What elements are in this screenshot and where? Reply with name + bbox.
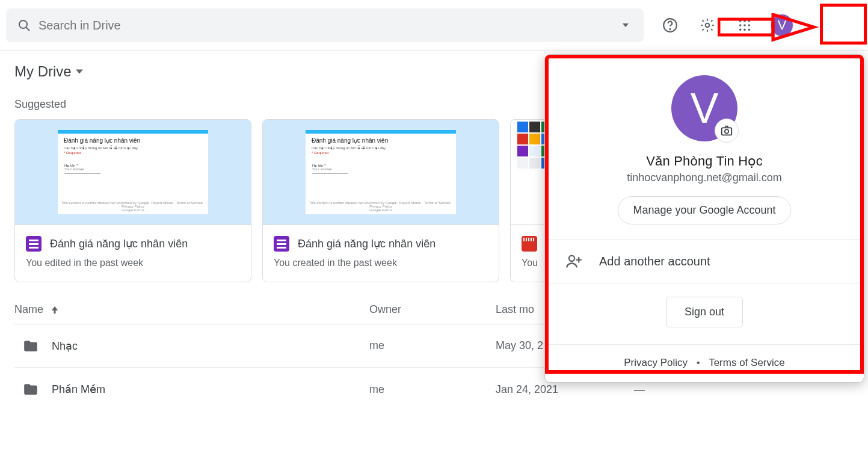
file-owner: me — [369, 383, 496, 396]
google-forms-icon — [26, 236, 42, 252]
top-bar: V — [0, 0, 868, 51]
signout-button[interactable]: Sign out — [666, 297, 743, 327]
svg-point-12 — [743, 29, 746, 31]
column-name[interactable]: Name — [14, 303, 369, 316]
card-thumbnail: Đánh giá năng lực nhân viên Các bạn nhập… — [263, 120, 499, 225]
search-bar[interactable] — [6, 8, 644, 42]
svg-line-1 — [26, 28, 30, 31]
file-modified: Jan 24, 2021 — [496, 383, 634, 396]
thumb-field: Họ tên * — [64, 163, 202, 167]
thumb-required: * Required — [312, 151, 450, 155]
sort-up-icon — [49, 305, 60, 315]
file-name: Phần Mềm — [52, 383, 105, 396]
camera-icon[interactable] — [715, 119, 739, 143]
popup-footer: Privacy Policy • Terms of Service — [545, 344, 864, 382]
card-thumbnail: Đánh giá năng lực nhân viên Các bạn nhập… — [15, 120, 251, 225]
terms-of-service-link[interactable]: Terms of Service — [709, 357, 785, 368]
file-size: — — [634, 383, 854, 396]
popup-account-name: Văn Phòng Tin Học — [545, 153, 864, 169]
person-add-icon — [565, 253, 582, 270]
suggested-card[interactable]: Đánh giá năng lực nhân viên Các bạn nhập… — [262, 119, 499, 282]
thumb-footer2: Google Forms — [306, 208, 456, 212]
svg-point-9 — [743, 24, 746, 26]
thumb-required: * Required — [64, 151, 202, 155]
account-popup: V Văn Phòng Tin Học tinhocvanphong.net@g… — [544, 54, 864, 383]
column-owner[interactable]: Owner — [369, 303, 496, 316]
svg-point-5 — [739, 20, 742, 22]
svg-point-8 — [739, 24, 742, 26]
thumb-answer: Your answer — [64, 167, 202, 171]
divider — [545, 283, 864, 283]
folder-icon — [23, 382, 38, 397]
folder-icon — [23, 338, 38, 354]
card-subtitle: You edited in the past week — [26, 258, 240, 268]
svg-point-6 — [743, 20, 746, 22]
svg-point-17 — [725, 129, 728, 133]
search-options-dropdown-icon[interactable] — [612, 12, 639, 39]
thumb-answer: Your answer — [312, 167, 449, 171]
svg-point-3 — [669, 29, 670, 29]
settings-icon[interactable] — [695, 13, 719, 37]
svg-point-4 — [706, 23, 710, 28]
svg-point-11 — [739, 29, 742, 31]
card-title: Đánh giá năng lực nhân viên — [298, 237, 436, 250]
svg-point-10 — [748, 24, 751, 26]
avatar-letter: V — [771, 14, 793, 36]
search-icon[interactable] — [11, 12, 37, 39]
svg-point-18 — [569, 256, 574, 261]
thumb-title: Đánh giá năng lực nhân viên — [312, 137, 450, 144]
annotation-avatar-highlight — [820, 4, 867, 45]
help-icon[interactable] — [658, 13, 682, 37]
thumb-sub: Các bạn nhập thông tin Mô tả về form tại… — [64, 146, 202, 150]
svg-point-13 — [748, 29, 751, 31]
chevron-down-icon — [75, 67, 84, 76]
popup-account-email: tinhocvanphong.net@gmail.com — [545, 172, 864, 184]
add-account-button[interactable]: Add another account — [545, 240, 864, 283]
top-right-icons: V — [658, 13, 794, 37]
account-avatar[interactable]: V — [770, 13, 794, 37]
card-subtitle: You — [522, 258, 547, 268]
dot-separator: • — [697, 357, 700, 368]
privacy-policy-link[interactable]: Privacy Policy — [624, 357, 688, 368]
thumb-title: Đánh giá năng lực nhân viên — [64, 137, 202, 144]
thumb-sub: Các bạn nhập thông tin Mô tả về form tại… — [312, 146, 450, 150]
file-name: Nhạc — [52, 339, 78, 353]
card-subtitle: You created in the past week — [274, 258, 488, 268]
svg-point-7 — [748, 20, 751, 22]
popup-avatar-wrap[interactable]: V — [671, 75, 737, 141]
video-icon — [522, 236, 537, 252]
file-owner: me — [369, 339, 496, 352]
apps-icon[interactable] — [733, 13, 757, 37]
manage-account-button[interactable]: Manage your Google Account — [618, 196, 790, 224]
col-name-label: Name — [14, 303, 43, 316]
thumb-field: Họ tên * — [312, 163, 449, 167]
thumb-footer1: This content is neither created nor endo… — [58, 201, 208, 208]
svg-point-0 — [19, 20, 27, 28]
thumb-footer2: Google Forms — [58, 208, 208, 212]
card-title: Đánh giá năng lực nhân viên — [50, 237, 188, 250]
breadcrumb-label: My Drive — [14, 63, 72, 80]
thumb-footer1: This content is neither created nor endo… — [306, 201, 456, 208]
search-input[interactable] — [37, 18, 612, 33]
svg-rect-16 — [722, 128, 732, 135]
suggested-card[interactable]: Đánh giá năng lực nhân viên Các bạn nhập… — [14, 119, 251, 282]
google-forms-icon — [274, 236, 289, 252]
add-account-label: Add another account — [599, 255, 710, 268]
